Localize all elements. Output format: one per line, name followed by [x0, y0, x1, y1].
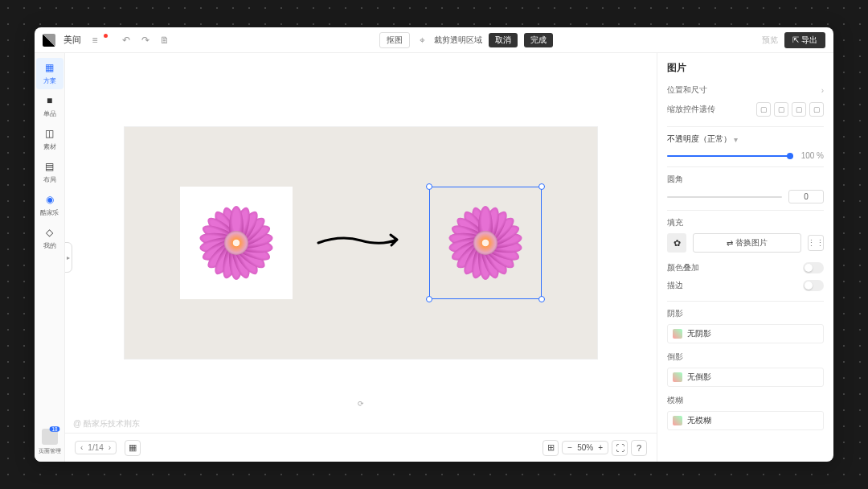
chevron-down-icon[interactable]: ▾ — [734, 135, 738, 144]
page-indicator: 1/14 — [88, 443, 103, 452]
selected-image[interactable] — [429, 187, 542, 299]
radius-slider[interactable] — [667, 196, 782, 198]
constraint-bottom-button[interactable]: ▢ — [792, 102, 806, 117]
replace-image-button[interactable]: ⇄ 替换图片 — [693, 233, 801, 253]
grid-toggle-button[interactable]: ▦ — [125, 440, 141, 456]
undo-icon[interactable]: ↶ — [121, 35, 132, 46]
scheme-icon: ▦ — [43, 61, 56, 74]
app-logo — [43, 34, 55, 47]
color-overlay-label: 颜色叠加 — [667, 262, 699, 273]
fill-thumbnail[interactable]: ✿ — [667, 233, 686, 253]
menu-icon[interactable]: ≡ — [89, 35, 100, 46]
app-name: 美间 — [63, 34, 81, 46]
cutout-button[interactable]: 抠图 — [379, 32, 410, 48]
export-button[interactable]: ⇱导出 — [784, 32, 825, 48]
zoom-value: 50% — [577, 443, 593, 452]
constraint-top-button[interactable]: ▢ — [756, 102, 771, 117]
page-next-icon[interactable]: › — [108, 443, 111, 452]
chevron-right-icon: › — [821, 86, 824, 95]
blur-value[interactable]: 无模糊 — [667, 411, 824, 430]
sidebar-item-product[interactable]: ■ 单品 — [36, 91, 63, 122]
redo-icon[interactable]: ↷ — [140, 35, 151, 46]
crop-area-label: 裁剪透明区域 — [434, 35, 482, 46]
save-icon[interactable]: 🗎 — [159, 35, 170, 46]
opacity-slider[interactable] — [667, 155, 793, 157]
artboard — [124, 126, 598, 360]
sidebar-item-kujiale[interactable]: ◉ 酷家乐 — [36, 190, 63, 221]
notification-badge — [104, 34, 108, 38]
app-window: 美间 ≡ ↶ ↷ 🗎 抠图 ⌖ 裁剪透明区域 取消 完成 预览 ⇱导出 ▦ 方案 — [35, 27, 833, 462]
kujiale-icon: ◉ — [43, 193, 56, 206]
canvas-handle-icon[interactable]: ⟳ — [356, 399, 366, 409]
watermark: @ 酷家乐技术荆东 — [73, 418, 140, 429]
radius-label: 圆角 — [667, 174, 824, 185]
constraints-label: 缩放控件遗传 — [667, 104, 715, 115]
blur-label: 模糊 — [667, 395, 824, 406]
inset-color-icon — [673, 372, 682, 382]
position-size-row[interactable]: 位置和尺寸 › — [667, 81, 824, 99]
properties-panel: 图片 位置和尺寸 › 缩放控件遗传 ▢ ▢ ▢ ▢ 不透明度（正常） ▾ — [657, 53, 833, 462]
resize-handle-tl[interactable] — [426, 183, 432, 190]
zoom-controls: − 50% + — [562, 441, 608, 454]
flower-graphic — [192, 199, 280, 287]
inset-shadow-label: 倒影 — [667, 351, 824, 363]
fill-settings-button[interactable]: ⋮⋮ — [808, 235, 824, 251]
left-sidebar: ▦ 方案 ■ 单品 ◫ 素材 ▤ 布局 ◉ 酷家乐 ◇ 我的 — [35, 53, 65, 462]
layout-icon: ▤ — [43, 160, 56, 173]
sidebar-item-mine[interactable]: ◇ 我的 — [36, 223, 63, 254]
zoom-in-button[interactable]: + — [598, 443, 603, 452]
page-navigator[interactable]: ‹ 1/14 › — [75, 441, 117, 454]
blur-color-icon — [673, 416, 682, 425]
inset-shadow-value[interactable]: 无倒影 — [667, 368, 824, 387]
fill-label: 填充 — [667, 217, 824, 228]
mine-icon: ◇ — [43, 226, 56, 239]
resize-handle-tr[interactable] — [538, 183, 545, 190]
original-image — [180, 187, 293, 299]
radius-input[interactable] — [788, 190, 824, 203]
page-prev-icon[interactable]: ‹ — [80, 443, 83, 452]
color-overlay-toggle[interactable] — [803, 262, 824, 273]
constraint-right-button[interactable]: ▢ — [774, 102, 788, 117]
constraint-left-button[interactable]: ▢ — [809, 102, 824, 117]
zoom-out-button[interactable]: − — [567, 443, 572, 452]
canvas-bottom-bar: ‹ 1/14 › ▦ ⊞ − 50% + ⛶ ? — [65, 433, 657, 462]
shadow-value[interactable]: 无阴影 — [667, 324, 824, 343]
stroke-label: 描边 — [667, 280, 683, 291]
help-button[interactable]: ? — [631, 440, 647, 456]
cancel-button[interactable]: 取消 — [489, 33, 518, 47]
opacity-label: 不透明度（正常） — [667, 134, 731, 145]
topbar: 美间 ≡ ↶ ↷ 🗎 抠图 ⌖ 裁剪透明区域 取消 完成 预览 ⇱导出 — [35, 27, 833, 53]
product-icon: ■ — [43, 94, 56, 107]
sidebar-item-material[interactable]: ◫ 素材 — [36, 124, 63, 155]
resize-handle-br[interactable] — [538, 296, 545, 302]
page-manager[interactable]: 18 页面管理 — [35, 429, 64, 462]
sidebar-item-scheme[interactable]: ▦ 方案 — [36, 58, 63, 89]
preview-button[interactable]: 预览 — [762, 35, 778, 46]
fit-screen-button[interactable]: ⛶ — [612, 440, 628, 456]
material-icon: ◫ — [43, 127, 56, 140]
panel-title: 图片 — [667, 61, 824, 75]
shadow-color-icon — [673, 329, 682, 339]
sidebar-item-layout[interactable]: ▤ 布局 — [36, 157, 63, 188]
stroke-toggle[interactable] — [803, 280, 824, 291]
shadow-label: 阴影 — [667, 308, 824, 319]
canvas-viewport[interactable] — [65, 53, 657, 433]
arrow-icon — [317, 228, 405, 258]
done-button[interactable]: 完成 — [524, 33, 553, 47]
target-icon[interactable]: ⌖ — [416, 35, 428, 46]
canvas-area: ▸ — [65, 53, 657, 462]
ruler-button[interactable]: ⊞ — [542, 440, 559, 456]
resize-handle-bl[interactable] — [426, 296, 432, 302]
page-manager-icon: 18 — [42, 429, 58, 445]
